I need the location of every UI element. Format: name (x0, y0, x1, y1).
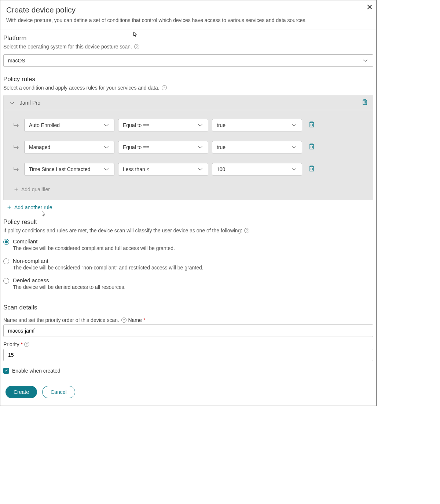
select-value: Time Since Last Contacted (29, 166, 91, 172)
radio-label: Denied access (13, 277, 125, 283)
qualifier-attribute-select[interactable]: Auto Enrolled (24, 119, 114, 131)
radio-description: The device will be denied access to all … (13, 284, 125, 290)
help-icon[interactable] (162, 85, 167, 90)
rule-header[interactable]: Jamf Pro (4, 96, 373, 110)
chevron-down-icon (197, 144, 203, 151)
plus-icon: + (6, 204, 12, 210)
chevron-down-icon (362, 57, 368, 64)
qualifier-operator-select[interactable]: Less than < (118, 163, 208, 175)
policy-rules-section: Policy rules Select a condition and appl… (0, 70, 376, 213)
plus-icon: + (13, 186, 19, 192)
policy-result-title: Policy result (3, 218, 373, 226)
rule-name: Jamf Pro (20, 100, 40, 106)
create-button[interactable]: Create (6, 386, 37, 398)
radio-option-compliant[interactable]: Compliant The device will be considered … (3, 238, 373, 251)
trash-icon[interactable] (309, 143, 315, 151)
radio-option-non-compliant[interactable]: Non-compliant The device will be conside… (3, 258, 373, 271)
name-input[interactable] (3, 324, 373, 337)
qualifier-operator-select[interactable]: Equal to == (118, 141, 208, 153)
indent-arrow-icon (13, 122, 20, 128)
policy-rules-title: Policy rules (3, 76, 373, 83)
platform-select[interactable]: macOS (3, 54, 373, 67)
create-device-policy-modal: Create device policy With device posture… (0, 0, 377, 406)
priority-label: Priority * (3, 341, 29, 347)
chevron-down-icon (9, 99, 15, 106)
platform-select-value: macOS (8, 58, 25, 64)
platform-title: Platform (3, 35, 373, 42)
priority-input[interactable] (3, 349, 373, 361)
chevron-down-icon (291, 122, 297, 128)
modal-header: Create device policy With device posture… (0, 0, 376, 29)
add-rule-label: Add another rule (14, 204, 52, 210)
trash-icon[interactable] (309, 165, 315, 173)
select-value: true (217, 122, 225, 128)
trash-icon[interactable] (309, 121, 315, 129)
priority-label-text: Priority (3, 341, 19, 347)
select-value: true (217, 144, 225, 150)
indent-arrow-icon (13, 166, 20, 173)
radio-button[interactable] (3, 258, 9, 264)
add-qualifier-label: Add qualifier (21, 186, 50, 192)
radio-label: Compliant (13, 238, 175, 244)
modal-title: Create device policy (6, 6, 370, 14)
chevron-down-icon (197, 122, 203, 128)
policy-rules-subtitle: Select a condition and apply access rule… (3, 85, 167, 91)
policy-result-section: Policy result If policy conditions and r… (0, 213, 376, 299)
scan-details-subtitle: Name and set the priority order of this … (3, 317, 126, 323)
policy-result-subtitle-text: If policy conditions and rules are met, … (3, 228, 242, 233)
qualifier-row: Managed Equal to == true (13, 141, 363, 153)
trash-icon[interactable] (362, 99, 368, 107)
help-icon[interactable] (121, 318, 126, 323)
required-marker: * (21, 341, 23, 347)
platform-subtitle-text: Select the operating system for this dev… (3, 44, 132, 50)
name-label: Name * (128, 317, 145, 323)
platform-subtitle: Select the operating system for this dev… (3, 44, 139, 50)
qualifier-value-select[interactable]: true (212, 119, 302, 131)
enable-label: Enable when created (12, 368, 60, 374)
qualifier-attribute-select[interactable]: Time Since Last Contacted (24, 163, 114, 175)
select-value: 100 (217, 166, 225, 172)
cancel-button[interactable]: Cancel (42, 386, 75, 398)
qualifier-attribute-select[interactable]: Managed (24, 141, 114, 153)
radio-description: The device will be considered compliant … (13, 245, 175, 251)
rule-body: Auto Enrolled Equal to == true (4, 110, 373, 200)
select-value: Managed (29, 144, 50, 150)
radio-description: The device will be considered "non-compl… (13, 265, 203, 271)
chevron-down-icon (291, 166, 297, 173)
name-label-text: Name (128, 317, 142, 323)
add-another-rule-link[interactable]: + Add another rule (3, 200, 52, 210)
chevron-down-icon (103, 122, 110, 128)
chevron-down-icon (197, 166, 203, 173)
policy-result-subtitle: If policy conditions and rules are met, … (3, 228, 249, 233)
qualifier-value-select[interactable]: true (212, 141, 302, 153)
radio-label: Non-compliant (13, 258, 203, 264)
help-icon[interactable] (134, 44, 139, 49)
select-value: Equal to == (123, 122, 149, 128)
chevron-down-icon (103, 144, 110, 151)
checkbox[interactable] (3, 368, 9, 374)
platform-section: Platform Select the operating system for… (0, 29, 376, 70)
modal-footer: Create Cancel (0, 379, 376, 406)
select-value: Equal to == (123, 144, 149, 150)
qualifier-row: Auto Enrolled Equal to == true (13, 119, 363, 131)
qualifier-operator-select[interactable]: Equal to == (118, 119, 208, 131)
radio-button[interactable] (3, 239, 9, 245)
help-icon[interactable] (24, 342, 29, 347)
qualifier-value-select[interactable]: 100 (212, 163, 302, 175)
scan-details-subtitle-text: Name and set the priority order of this … (3, 317, 119, 323)
radio-button[interactable] (3, 278, 9, 284)
help-icon[interactable] (244, 228, 249, 233)
rule-panel: Jamf Pro Auto Enrolled Equal to = (3, 95, 373, 200)
chevron-down-icon (103, 166, 110, 173)
enable-checkbox-row[interactable]: Enable when created (3, 368, 373, 374)
scan-details-section: Scan details Name and set the priority o… (0, 299, 376, 379)
indent-arrow-icon (13, 144, 20, 151)
scan-details-title: Scan details (3, 304, 373, 311)
qualifier-row: Time Since Last Contacted Less than < 10… (13, 163, 363, 175)
policy-rules-subtitle-text: Select a condition and apply access rule… (3, 85, 160, 91)
radio-option-denied[interactable]: Denied access The device will be denied … (3, 277, 373, 290)
close-icon[interactable] (366, 3, 373, 11)
select-value: Less than < (123, 166, 150, 172)
select-value: Auto Enrolled (29, 122, 60, 128)
add-qualifier-link[interactable]: + Add qualifier (13, 185, 50, 196)
